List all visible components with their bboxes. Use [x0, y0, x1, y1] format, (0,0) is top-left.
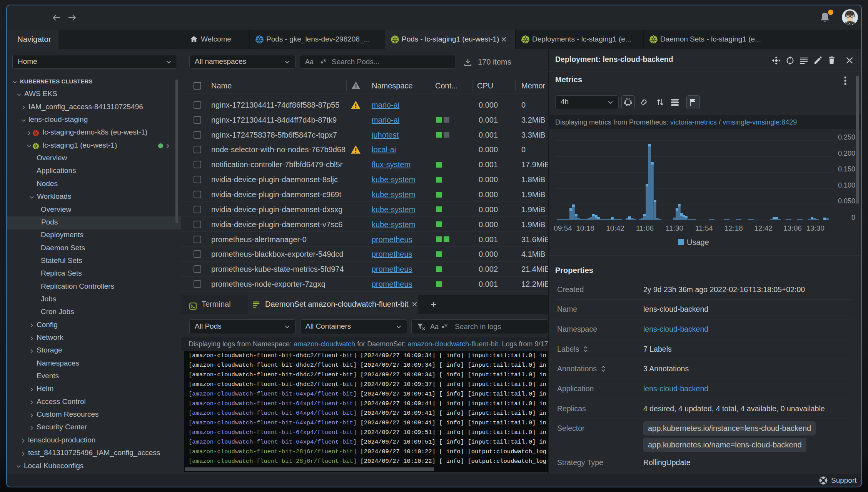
svg-text:13:06: 13:06 [783, 224, 802, 232]
svg-text:10:42: 10:42 [606, 224, 624, 232]
svg-text:0.250: 0.250 [838, 133, 855, 141]
svg-text:0.200: 0.200 [838, 150, 855, 157]
svg-text:09:54: 09:54 [554, 224, 572, 232]
svg-text:12:18: 12:18 [724, 224, 743, 232]
svg-text:13:30: 13:30 [806, 224, 825, 232]
svg-text:10:18: 10:18 [576, 224, 594, 232]
svg-text:0.100: 0.100 [838, 181, 855, 189]
svg-text:11:06: 11:06 [636, 224, 654, 232]
svg-text:11:30: 11:30 [666, 224, 683, 232]
svg-text:0: 0 [851, 214, 855, 221]
svg-text:0.050: 0.050 [838, 197, 855, 205]
svg-text:11:54: 11:54 [695, 224, 713, 232]
svg-text:0.150: 0.150 [838, 165, 855, 173]
svg-text:12:42: 12:42 [754, 224, 773, 232]
svg-text:Usage: Usage [687, 238, 709, 246]
